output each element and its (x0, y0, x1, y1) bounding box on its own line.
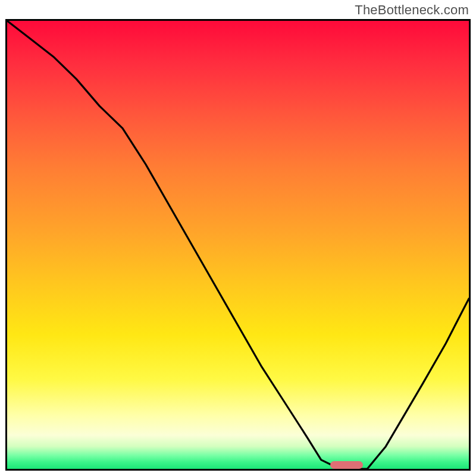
optimal-range-marker (330, 461, 362, 469)
plot-area (5, 19, 471, 471)
chart-container: TheBottleneck.com (0, 0, 476, 476)
watermark-text: TheBottleneck.com (355, 2, 469, 18)
bottleneck-curve (7, 21, 469, 469)
